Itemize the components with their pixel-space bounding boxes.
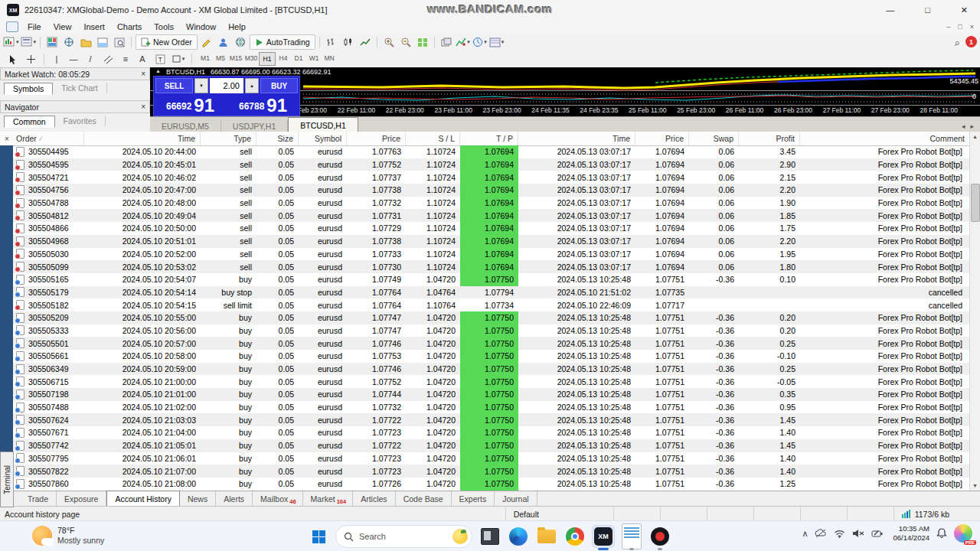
- taskbar-weather-widget[interactable]: 78°F Mostly sunny: [32, 526, 104, 546]
- column-header[interactable]: S / L: [406, 132, 460, 145]
- scrollbar-thumb[interactable]: [971, 184, 980, 222]
- shapes-tool[interactable]: ▾: [171, 52, 186, 66]
- terminal-tab-news[interactable]: News: [180, 491, 216, 507]
- close-icon[interactable]: ×: [141, 70, 145, 78]
- tab-favorites[interactable]: Favorites: [55, 116, 106, 126]
- vertical-scrollbar[interactable]: ▲ ▼: [969, 132, 980, 491]
- menu-help[interactable]: Help: [222, 22, 252, 31]
- volume-down-button[interactable]: ▼: [194, 78, 208, 93]
- line-chart-button[interactable]: [358, 35, 373, 49]
- table-row[interactable]: 3055048122024.05.10 20:49:04sell0.05euru…: [0, 209, 970, 222]
- column-header[interactable]: Symbol: [299, 132, 347, 145]
- metaeditor-button[interactable]: [199, 35, 214, 49]
- web-globe-button[interactable]: [233, 35, 248, 49]
- table-row[interactable]: 3055047562024.05.10 20:47:00sell0.05euru…: [0, 184, 970, 197]
- volume-muted-icon[interactable]: [852, 529, 864, 538]
- indicators-button[interactable]: ▾: [456, 35, 471, 49]
- table-row[interactable]: 3055051822024.05.10 20:54:15sell limit0.…: [0, 298, 970, 311]
- terminal-tab-account-history[interactable]: Account History: [106, 491, 180, 507]
- profiles-button[interactable]: ▾: [21, 35, 37, 49]
- timeframe-m5[interactable]: M5: [213, 52, 228, 64]
- table-row[interactable]: 3055077422024.05.10 21:05:01buy0.05eurus…: [0, 439, 970, 452]
- terminal-tab-market[interactable]: Market104: [303, 491, 354, 507]
- timeframe-mn[interactable]: MN: [322, 52, 337, 64]
- bar-chart-button[interactable]: [324, 35, 339, 49]
- close-icon[interactable]: ×: [2, 135, 12, 143]
- mdi-restore-icon[interactable]: □: [958, 23, 962, 31]
- data-window-button[interactable]: [61, 35, 77, 49]
- table-row[interactable]: 3055077952024.05.10 21:06:01buy0.05eurus…: [0, 452, 970, 465]
- terminal-tab-articles[interactable]: Articles: [353, 491, 395, 507]
- table-row[interactable]: 3055056612024.05.10 20:58:00buy0.05eurus…: [0, 350, 970, 363]
- terminal-tab-alerts[interactable]: Alerts: [216, 491, 253, 507]
- table-row[interactable]: 3055052092024.05.10 20:55:00buy0.05eurus…: [0, 311, 970, 324]
- candlestick-button[interactable]: [341, 35, 356, 49]
- table-row[interactable]: 3055071982024.05.10 21:01:00buy0.05eurus…: [0, 388, 970, 401]
- scroll-right-icon[interactable]: ▸: [970, 122, 974, 130]
- terminal-tab-experts[interactable]: Experts: [452, 491, 495, 507]
- sell-button[interactable]: SELL: [155, 78, 193, 93]
- table-row[interactable]: 3055044952024.05.10 20:44:00sell0.05euru…: [0, 145, 970, 158]
- terminal-tab-code-base[interactable]: Code Base: [396, 491, 452, 507]
- new-chart-button[interactable]: ▾: [3, 35, 19, 49]
- table-row[interactable]: 3055049682024.05.10 20:51:01sell0.05euru…: [0, 235, 970, 248]
- terminal-vertical-tab[interactable]: Terminal: [0, 452, 14, 507]
- menu-file[interactable]: File: [21, 22, 47, 31]
- wifi-icon[interactable]: [834, 530, 845, 538]
- table-row[interactable]: 3055051652024.05.10 20:54:07buy0.05eurus…: [0, 273, 970, 286]
- tray-chevron-up-icon[interactable]: ∧: [802, 529, 808, 539]
- table-row[interactable]: 3055078602024.05.10 21:08:00buy0.05eurus…: [0, 478, 970, 491]
- taskbar-notes-app[interactable]: [621, 526, 642, 547]
- fibonacci-tool[interactable]: ≡: [119, 54, 132, 64]
- column-header[interactable]: Time: [84, 132, 201, 145]
- text-label-tool[interactable]: T: [152, 52, 168, 66]
- onedrive-paused-icon[interactable]: [815, 529, 827, 538]
- maximize-button[interactable]: □: [925, 5, 930, 15]
- zoom-out-button[interactable]: [398, 35, 413, 49]
- scroll-up-icon[interactable]: ▲: [970, 134, 980, 139]
- mdi-close-icon[interactable]: ×: [970, 23, 974, 31]
- timeframe-h1[interactable]: H1: [259, 52, 276, 66]
- channel-tool[interactable]: [100, 52, 116, 66]
- column-header[interactable]: Time: [518, 132, 635, 145]
- column-header[interactable]: ×Order∕: [0, 132, 84, 145]
- table-row[interactable]: 3055055012024.05.10 20:57:00buy0.05eurus…: [0, 337, 970, 350]
- templates-button[interactable]: ▾: [489, 35, 505, 49]
- sell-price[interactable]: 66692 91: [154, 93, 227, 116]
- table-row[interactable]: 3055053332024.05.10 20:56:00buy0.05eurus…: [0, 324, 970, 337]
- timeframe-h4[interactable]: H4: [276, 52, 291, 64]
- buy-button[interactable]: BUY: [260, 78, 298, 93]
- taskbar-chrome[interactable]: [564, 526, 586, 547]
- column-header[interactable]: Swap: [689, 132, 739, 145]
- chart-tab-btcusd-h1[interactable]: BTCUSD,H1: [288, 117, 358, 132]
- new-order-button[interactable]: New Order: [136, 34, 198, 50]
- tile-windows-button[interactable]: [415, 35, 430, 49]
- chart-tab-usdjpy-h1[interactable]: USDJPY,H1: [221, 120, 288, 132]
- price-chart[interactable]: ▲ BTCUSD,H1 66630.87 66695.00 66623.32 6…: [150, 67, 980, 116]
- text-tool[interactable]: A: [136, 54, 149, 64]
- status-profile[interactable]: Default: [505, 507, 613, 521]
- trendline-tool[interactable]: /: [83, 54, 97, 64]
- terminal-tab-exposure[interactable]: Exposure: [57, 491, 106, 507]
- widgets-app-icon[interactable]: PRE: [954, 524, 972, 543]
- menu-tools[interactable]: Tools: [148, 22, 180, 31]
- cursor-tool[interactable]: [5, 52, 20, 66]
- start-button[interactable]: [309, 527, 328, 546]
- table-row[interactable]: 3055047882024.05.10 20:48:00sell0.05euru…: [0, 197, 970, 210]
- tab-common[interactable]: Common: [4, 116, 55, 128]
- toolbar-search-icon[interactable]: ⌕: [955, 37, 960, 49]
- table-row[interactable]: 3055048662024.05.10 20:50:00sell0.05euru…: [0, 222, 970, 235]
- table-row[interactable]: 3055050992024.05.10 20:53:02sell0.05euru…: [0, 260, 970, 273]
- timeframe-w1[interactable]: W1: [306, 52, 322, 64]
- battery-pen-icon[interactable]: [871, 529, 884, 538]
- chart-tab-eurusd-m5[interactable]: EURUSD,M5: [150, 120, 221, 132]
- zoom-in-button[interactable]: [381, 35, 397, 49]
- column-header[interactable]: Price: [347, 132, 406, 145]
- tab-tick-chart[interactable]: Tick Chart: [53, 83, 106, 93]
- timeframe-m15[interactable]: M15: [228, 52, 243, 64]
- notification-bell-icon[interactable]: [936, 528, 947, 539]
- menu-window[interactable]: Window: [180, 22, 222, 31]
- buy-price[interactable]: 66788 91: [227, 93, 299, 116]
- close-icon[interactable]: ×: [141, 103, 145, 111]
- table-row[interactable]: 3055076242024.05.10 21:03:03buy0.05eurus…: [0, 413, 970, 426]
